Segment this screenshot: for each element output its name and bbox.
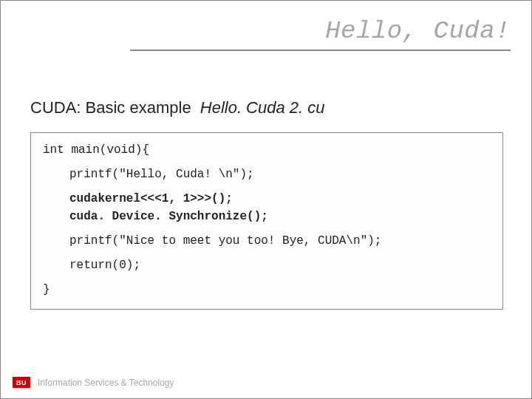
page-title: Hello, Cuda! [130, 17, 511, 45]
code-line-kernel-group: cudakernel<<<1, 1>>>(); cuda. Device. Sy… [43, 191, 491, 225]
footer-logo: BU [13, 377, 30, 388]
code-line-kernel: cudakernel<<<1, 1>>>(); [69, 191, 491, 208]
code-line-sync: cuda. Device. Synchronize(); [69, 208, 491, 225]
footer: BU Information Services & Technology [13, 377, 174, 388]
code-line-printf1: printf("Hello, Cuda! \n"); [43, 166, 491, 183]
code-line-return: return(0); [43, 257, 491, 274]
code-block: int main(void){ printf("Hello, Cuda! \n"… [30, 132, 503, 310]
subtitle-row: CUDA: Basic example Hello. Cuda 2. cu [30, 98, 325, 117]
title-area: Hello, Cuda! [130, 17, 511, 51]
code-line-close: } [43, 282, 491, 299]
subtitle-filename: Hello. Cuda 2. cu [200, 98, 325, 117]
title-rule [130, 50, 511, 51]
slide: Hello, Cuda! CUDA: Basic example Hello. … [1, 1, 531, 398]
subtitle-label: CUDA: Basic example [30, 98, 191, 117]
code-line-signature: int main(void){ [43, 142, 491, 159]
footer-org-text: Information Services & Technology [38, 378, 174, 388]
code-line-printf2: printf("Nice to meet you too! Bye, CUDA\… [43, 233, 491, 250]
